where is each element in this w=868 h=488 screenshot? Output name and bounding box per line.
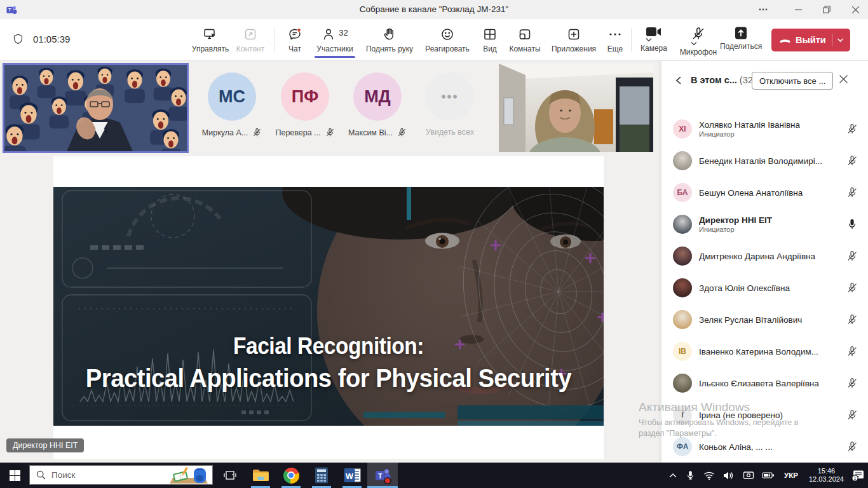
- mic-status-icon[interactable]: [846, 441, 859, 452]
- raise-hand-button[interactable]: Поднять руку: [360, 19, 419, 61]
- tray-mic-icon[interactable]: [681, 463, 699, 488]
- apps-button[interactable]: Приложения: [546, 19, 602, 61]
- tray-camera-icon[interactable]: [738, 463, 758, 488]
- notification-center-icon[interactable]: 1: [849, 463, 867, 488]
- participant-avatar: [673, 215, 692, 234]
- apps-icon: [566, 26, 581, 43]
- webcam-frame: [499, 64, 653, 152]
- meeting-timer: 01:05:39: [33, 34, 70, 44]
- participant-role: Инициатор: [699, 226, 841, 233]
- shared-screen-area: Facial Recognition: Practical Applicatio…: [53, 156, 604, 459]
- mic-status-icon[interactable]: [846, 377, 859, 389]
- camera-button[interactable]: Камера: [632, 19, 675, 61]
- participant-name: Коньок Аліна, ... ...: [699, 442, 841, 452]
- share-label: Поделиться: [720, 42, 762, 51]
- tray-volume-icon[interactable]: [719, 463, 738, 488]
- participant-tile[interactable]: МД Максим Ві...: [339, 72, 416, 137]
- participant-tile-label: Перевера ...: [275, 128, 320, 137]
- microphone-button[interactable]: Микрофон: [675, 19, 721, 61]
- mic-status-icon[interactable]: [846, 409, 859, 421]
- word-icon[interactable]: W: [337, 463, 367, 488]
- participant-row[interactable]: І Ірина (не проверено): [661, 399, 868, 431]
- mic-status-icon[interactable]: [846, 250, 859, 262]
- tray-battery-icon[interactable]: [758, 463, 778, 488]
- participants-count: 32: [339, 28, 348, 37]
- presenter-video-tile[interactable]: [3, 63, 189, 153]
- leave-button[interactable]: Выйти: [771, 29, 850, 51]
- tray-chevron-icon[interactable]: [665, 463, 681, 488]
- rooms-button[interactable]: Комнаты: [504, 19, 546, 61]
- participant-video-tile[interactable]: [499, 64, 653, 152]
- leave-chevron-icon[interactable]: [837, 37, 844, 43]
- minimize-button[interactable]: [785, 0, 811, 19]
- avatar: МС: [208, 72, 256, 121]
- participant-avatar: [673, 151, 692, 170]
- language-indicator[interactable]: УКР: [778, 471, 804, 479]
- avatar: •••: [426, 72, 474, 121]
- chat-button[interactable]: Чат: [280, 19, 309, 61]
- titlebar-more-icon[interactable]: [750, 0, 776, 19]
- mic-status-icon[interactable]: [846, 219, 859, 230]
- chrome-icon[interactable]: [276, 463, 306, 488]
- participant-tile[interactable]: ••• Увидеть всех: [412, 72, 488, 137]
- task-view-button[interactable]: [215, 463, 245, 488]
- share-button[interactable]: Поделиться: [720, 19, 762, 61]
- back-icon[interactable]: [674, 76, 683, 85]
- participant-avatar: БА: [673, 183, 692, 202]
- restore-button[interactable]: [814, 0, 839, 19]
- svg-text:1: 1: [853, 475, 857, 481]
- participant-row[interactable]: Директор ННІ ЕІТ Инициатор: [661, 208, 868, 240]
- view-label: Вид: [483, 44, 497, 53]
- participant-row[interactable]: ІВ Іваненко Катерина Володим...: [661, 336, 868, 367]
- participant-row[interactable]: Дмитренко Дарина Андріївна: [661, 240, 868, 272]
- participant-row[interactable]: Зеляк Руслан Віталійович: [661, 304, 868, 336]
- close-panel-icon[interactable]: [839, 75, 848, 83]
- participant-tile[interactable]: ПФ Перевера ...: [267, 72, 343, 137]
- mic-status-icon[interactable]: [846, 155, 859, 166]
- participant-name: Здота Юлія Олексіївна: [699, 283, 841, 293]
- participant-row[interactable]: Бенедик Наталія Володимирі...: [661, 145, 868, 177]
- raise-hand-label: Поднять руку: [366, 44, 413, 53]
- mic-status-icon[interactable]: [846, 123, 859, 135]
- view-icon: [482, 26, 498, 43]
- mute-all-button[interactable]: Отключить все ...: [752, 72, 833, 90]
- participant-name: Бешун Олена Анатоліївна: [699, 188, 841, 198]
- participants-button[interactable]: 32 Участники: [309, 19, 360, 61]
- security-shield-icon: [11, 32, 25, 46]
- mic-status-icon[interactable]: [846, 346, 859, 357]
- participant-row[interactable]: ФА Коньок Аліна, ... ...: [661, 431, 868, 463]
- mic-status-icon[interactable]: [846, 314, 859, 325]
- participant-tile[interactable]: МС Миркула А...: [194, 72, 270, 137]
- manage-button[interactable]: Управлять: [189, 19, 231, 61]
- view-button[interactable]: Вид: [476, 19, 504, 61]
- participant-name: Іваненко Катерина Володим...: [699, 347, 841, 356]
- search-highlight-illustration[interactable]: [166, 466, 212, 485]
- close-window-button[interactable]: [843, 0, 868, 19]
- microphone-chevron-icon: [691, 41, 697, 46]
- participant-row[interactable]: Здота Юлія Олексіївна: [661, 272, 868, 304]
- toolbar-divider: [275, 28, 275, 52]
- toolbar-divider: [631, 28, 632, 52]
- participant-row[interactable]: ХІ Холявко Наталія Іванівна Инициатор: [661, 113, 868, 145]
- tray-wifi-icon[interactable]: [699, 463, 719, 488]
- participant-tile-label: Увидеть всех: [426, 128, 474, 137]
- tray-clock[interactable]: 15:46 12.03.2024: [804, 467, 849, 484]
- svg-text:T: T: [378, 472, 382, 479]
- windows-logo-icon: [10, 470, 20, 481]
- search-icon: [36, 470, 46, 480]
- start-button[interactable]: [0, 463, 29, 488]
- participant-avatar: ХІ: [673, 119, 692, 139]
- participants-label: Участники: [316, 44, 353, 53]
- participant-row[interactable]: Ільєнко Єлизавета Валеріївна: [661, 367, 868, 399]
- mic-status-icon[interactable]: [846, 187, 859, 198]
- taskbar-search-input[interactable]: Поиск: [29, 465, 213, 485]
- participant-name: Ірина (не проверено): [699, 410, 841, 420]
- mic-status-icon[interactable]: [846, 282, 859, 294]
- teams-app-icon[interactable]: T: [367, 463, 398, 488]
- participant-row[interactable]: БА Бешун Олена Анатоліївна: [661, 177, 868, 208]
- react-button[interactable]: Реагировать: [419, 19, 476, 61]
- more-button[interactable]: Еще: [602, 19, 628, 61]
- calculator-icon[interactable]: [306, 463, 337, 488]
- rooms-icon: [517, 26, 532, 43]
- file-explorer-icon[interactable]: [245, 463, 276, 488]
